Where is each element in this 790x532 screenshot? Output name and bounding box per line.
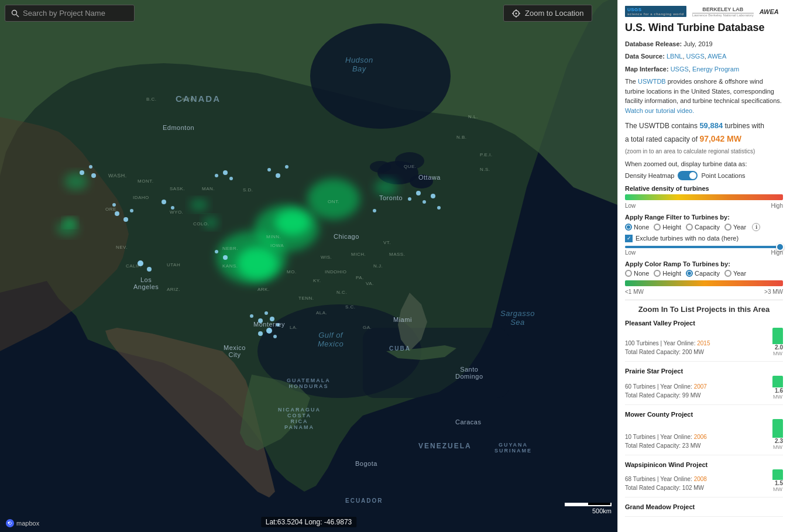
- svg-point-4: [395, 152, 424, 170]
- lbnl-link[interactable]: LBNL: [667, 53, 683, 60]
- svg-point-36: [276, 173, 280, 178]
- color-capacity-radio: [686, 270, 693, 277]
- density-low: Low: [625, 202, 636, 209]
- sidebar-title: U.S. Wind Turbine Database: [625, 22, 783, 35]
- display-label: When zoomed out, display turbine data as…: [625, 160, 747, 167]
- sidebar: USGS science for a changing world BERKEL…: [617, 0, 790, 532]
- energy-program-link[interactable]: Energy Program: [692, 66, 739, 73]
- slider-labels: Low High: [625, 249, 783, 256]
- map-container[interactable]: Zoom to Location CANADA HudsonBay Edmont…: [0, 0, 617, 532]
- color-year[interactable]: Year: [724, 270, 746, 277]
- range-none-label: None: [634, 224, 649, 231]
- map-interface-label: Map Interface:: [625, 66, 669, 73]
- turbine-number: 59,884: [699, 121, 723, 130]
- project-item-pleasant-valley[interactable]: Pleasant Valley Project 100 Turbines | Y…: [625, 320, 783, 362]
- range-year-label: Year: [733, 224, 746, 231]
- project-item-mower-county[interactable]: Mower County Project 10 Turbines | Year …: [625, 411, 783, 455]
- usgs-map-link[interactable]: USGS: [671, 66, 689, 73]
- color-height[interactable]: Height: [654, 270, 681, 277]
- color-height-label: Height: [662, 270, 681, 277]
- usgs-logo-box: USGS science for a changing world: [625, 6, 686, 17]
- capacity-value: 1.5: [775, 480, 783, 486]
- awea-link[interactable]: AWEA: [707, 53, 726, 60]
- zoom-location-bar[interactable]: Zoom to Location: [503, 5, 592, 22]
- svg-point-48: [276, 323, 280, 327]
- color-none[interactable]: None: [625, 270, 649, 277]
- capacity-unit: MW: [773, 394, 782, 400]
- turbine-capacity: 97,042 MW: [699, 134, 741, 143]
- project-item-grand-meadow[interactable]: Grand Meadow Project: [625, 503, 783, 517]
- slider-track: [625, 246, 783, 248]
- svg-point-55: [516, 12, 517, 14]
- svg-point-49: [266, 328, 272, 334]
- capacity-unit: MW: [773, 444, 782, 450]
- svg-point-31: [408, 197, 411, 201]
- project-name: Mower County Project: [625, 411, 783, 418]
- svg-point-11: [275, 210, 310, 235]
- capacity-value: 2.0: [775, 344, 783, 351]
- display-toggle-row: When zoomed out, display turbine data as…: [625, 160, 783, 180]
- svg-point-38: [373, 209, 376, 212]
- svg-point-28: [215, 174, 218, 177]
- usgs-link[interactable]: USGS: [686, 53, 705, 60]
- color-ramp-labels: <1 MW >3 MW: [625, 289, 783, 295]
- capacity-bar: [772, 376, 783, 387]
- toggle-knob: [689, 172, 696, 179]
- data-source: Data Source: LBNL, USGS, AWEA: [625, 52, 783, 62]
- svg-point-24: [171, 206, 174, 210]
- range-slider[interactable]: [625, 246, 783, 248]
- project-item-wapsipinicon[interactable]: Wapsipinicon Wind Project 68 Turbines | …: [625, 461, 783, 497]
- usgs-logo: USGS science for a changing world: [625, 6, 686, 17]
- search-bar[interactable]: [5, 5, 135, 22]
- svg-point-33: [423, 200, 426, 204]
- density-high: High: [771, 202, 783, 209]
- color-height-radio: [654, 270, 661, 277]
- range-filter-options: None Height Capacity Year ℹ: [625, 223, 783, 231]
- project-capacity: Total Rated Capacity: 99 MW: [625, 391, 707, 400]
- slider-thumb[interactable]: [776, 243, 784, 251]
- mapbox-logo: mapbox: [6, 519, 39, 527]
- svg-point-44: [250, 314, 253, 318]
- density-heatmap-label: Density Heatmap: [625, 172, 674, 179]
- svg-point-41: [138, 260, 143, 266]
- color-capacity[interactable]: Capacity: [686, 270, 720, 277]
- svg-point-46: [265, 311, 268, 315]
- berkeley-logo-box: BERKELEY LAB Lawrence Berkeley National …: [692, 6, 754, 17]
- capacity-unit: MW: [773, 351, 782, 356]
- awea-logo: AWEA: [760, 8, 779, 15]
- projects-list: Pleasant Valley Project 100 Turbines | Y…: [625, 320, 783, 517]
- range-height[interactable]: Height: [654, 224, 681, 231]
- capacity-bar: [772, 328, 783, 344]
- svg-rect-7: [363, 328, 509, 398]
- zoom-projects-title: Zoom In To List Projects in this Area: [625, 305, 783, 314]
- heatmap-toggle[interactable]: [678, 171, 698, 180]
- search-icon: [11, 9, 19, 18]
- density-section-title: Relative density of turbines: [625, 185, 783, 192]
- range-height-radio: [654, 224, 661, 231]
- capacity-bar: [772, 469, 783, 480]
- color-max: >3 MW: [764, 289, 783, 295]
- exclude-checkbox[interactable]: Exclude turbines with no data (here): [625, 235, 783, 242]
- svg-point-51: [273, 335, 277, 338]
- range-info-icon[interactable]: ℹ: [752, 223, 760, 231]
- range-height-label: Height: [662, 224, 681, 231]
- svg-point-22: [130, 209, 133, 212]
- project-name: Wapsipinicon Wind Project: [625, 461, 783, 468]
- range-year[interactable]: Year: [724, 224, 746, 231]
- mapbox-label: mapbox: [16, 520, 39, 527]
- svg-point-37: [285, 165, 288, 169]
- search-input[interactable]: [23, 9, 128, 18]
- svg-point-42: [147, 267, 152, 272]
- range-none[interactable]: None: [625, 224, 649, 231]
- svg-point-18: [375, 179, 398, 195]
- zoom-location-label: Zoom to Location: [525, 9, 583, 18]
- range-capacity[interactable]: Capacity: [686, 224, 720, 231]
- tutorial-link[interactable]: Watch our tutorial video.: [625, 107, 694, 114]
- color-min: <1 MW: [625, 289, 644, 295]
- uswtdb-link[interactable]: USWTDB: [638, 78, 666, 85]
- svg-point-32: [416, 191, 421, 195]
- svg-line-53: [16, 15, 19, 17]
- project-item-prairie-star[interactable]: Prairie Star Project 60 Turbines | Year …: [625, 368, 783, 405]
- db-release-value: July, 2019: [683, 40, 712, 47]
- svg-point-5: [310, 23, 451, 129]
